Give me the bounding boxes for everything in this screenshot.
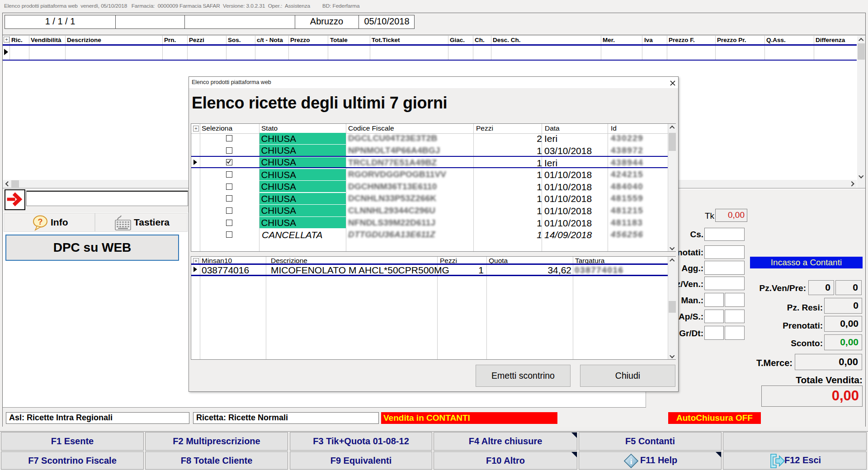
svg-text:i: i	[630, 457, 632, 466]
svg-text:?: ?	[38, 217, 43, 226]
